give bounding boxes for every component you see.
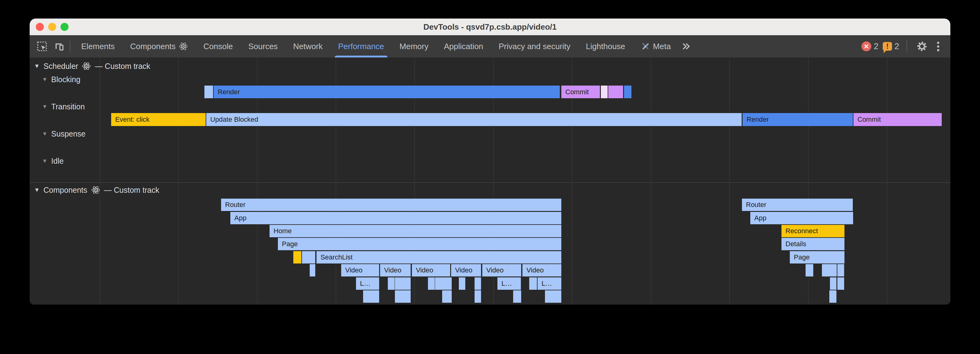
flame-bar-l[interactable]: L… xyxy=(497,277,521,290)
flame-bar[interactable] xyxy=(363,290,379,303)
settings-button[interactable] xyxy=(915,39,929,54)
tab-label: Memory xyxy=(399,42,428,51)
flame-bar-render[interactable]: Render xyxy=(214,86,560,98)
flame-bar[interactable] xyxy=(395,290,410,303)
collapse-triangle-icon[interactable]: ▼ xyxy=(34,187,40,193)
flame-bar-app[interactable]: App xyxy=(750,212,853,224)
console-errors-badge[interactable]: × 2 xyxy=(861,41,878,51)
gear-icon xyxy=(916,41,928,52)
track-row-suspense[interactable]: ▼Suspense xyxy=(42,128,86,140)
track-row-idle[interactable]: ▼Idle xyxy=(42,155,64,167)
flame-bar[interactable] xyxy=(822,264,837,276)
track-divider xyxy=(30,182,950,183)
tab-performance[interactable]: Performance xyxy=(330,35,392,57)
flame-bar[interactable] xyxy=(428,277,435,290)
tab-components[interactable]: Components xyxy=(122,35,196,57)
flame-bar-l[interactable]: L… xyxy=(356,277,379,290)
tab-meta[interactable]: Meta xyxy=(633,35,679,57)
track-row-transition[interactable]: ▼Transition xyxy=(42,100,85,113)
flame-bar-page[interactable]: Page xyxy=(278,238,561,250)
collapse-triangle-icon[interactable]: ▼ xyxy=(42,104,48,110)
flame-bar-video[interactable]: Video xyxy=(341,264,379,276)
track-header-components[interactable]: ▼Components — Custom track xyxy=(34,184,159,196)
flame-bar[interactable] xyxy=(830,277,837,290)
flame-bar-video[interactable]: Video xyxy=(380,264,410,276)
collapse-triangle-icon[interactable]: ▼ xyxy=(42,76,48,83)
flame-bar-app[interactable]: App xyxy=(230,212,561,224)
tab-console[interactable]: Console xyxy=(196,35,240,57)
flame-bar-commit[interactable]: Commit xyxy=(853,113,942,126)
flame-bar-l[interactable]: L… xyxy=(538,277,561,290)
devtools-window: DevTools - qsvd7p.csb.app/video/1 Elemen… xyxy=(30,19,950,305)
console-warnings-badge[interactable]: ! 2 xyxy=(883,42,899,51)
toolbar-separator xyxy=(907,40,907,52)
collapse-triangle-icon[interactable]: ▼ xyxy=(42,131,48,137)
flame-bar[interactable] xyxy=(624,86,632,98)
flame-bar[interactable] xyxy=(310,264,315,276)
flame-bar[interactable] xyxy=(829,290,837,303)
flame-bar-commit[interactable]: Commit xyxy=(561,86,600,98)
flame-bar[interactable] xyxy=(529,277,537,290)
track-header-scheduler[interactable]: ▼Scheduler — Custom track xyxy=(34,60,150,72)
flame-bar[interactable] xyxy=(459,277,465,290)
titlebar: DevTools - qsvd7p.csb.app/video/1 xyxy=(30,19,950,35)
flame-bar-video[interactable]: Video xyxy=(412,264,450,276)
flame-bar-update-blocked[interactable]: Update Blocked xyxy=(206,113,741,126)
fullscreen-window-button[interactable] xyxy=(60,23,68,31)
track-row-blocking[interactable]: ▼Blocking xyxy=(42,73,80,86)
inspect-element-button[interactable] xyxy=(35,39,49,54)
row-label-text: Idle xyxy=(51,156,64,166)
flame-bar-event-click[interactable]: Event: click xyxy=(111,113,206,126)
flame-bar[interactable] xyxy=(545,290,561,303)
tab-lighthouse[interactable]: Lighthouse xyxy=(578,35,633,57)
tab-network[interactable]: Network xyxy=(286,35,330,57)
tab-elements[interactable]: Elements xyxy=(73,35,122,57)
flame-bar-searchlist[interactable]: SearchList xyxy=(317,251,561,263)
flame-bar-video[interactable]: Video xyxy=(451,264,481,276)
flame-bar[interactable] xyxy=(395,277,410,290)
collapse-triangle-icon[interactable]: ▼ xyxy=(42,158,48,164)
flame-bar-router[interactable]: Router xyxy=(221,199,561,211)
tab-privacy-and-security[interactable]: Privacy and security xyxy=(491,35,578,57)
collapse-triangle-icon[interactable]: ▼ xyxy=(34,63,40,70)
flame-bar-page[interactable]: Page xyxy=(790,251,845,263)
flame-bar-video[interactable]: Video xyxy=(522,264,561,276)
flame-bar[interactable] xyxy=(837,277,844,290)
flame-bar-label: App xyxy=(750,214,766,222)
more-options-button[interactable] xyxy=(934,39,942,54)
flame-bar[interactable] xyxy=(474,290,481,303)
flame-bar-home[interactable]: Home xyxy=(270,225,561,237)
row-label-text: Suspense xyxy=(51,129,86,139)
flame-bar-render[interactable]: Render xyxy=(743,113,853,126)
flame-bar[interactable] xyxy=(608,86,623,98)
flame-bar[interactable] xyxy=(837,264,844,276)
tab-memory[interactable]: Memory xyxy=(392,35,436,57)
device-toolbar-icon xyxy=(54,41,65,52)
flame-bar[interactable] xyxy=(302,251,315,263)
flame-bar-label: Router xyxy=(742,201,766,209)
timeline-gridline xyxy=(99,57,100,305)
device-toolbar-button[interactable] xyxy=(52,39,67,54)
flame-bar-label: Video xyxy=(341,266,363,274)
flame-bar-details[interactable]: Details xyxy=(781,238,845,250)
flame-bar-reconnect[interactable]: Reconnect xyxy=(781,225,845,237)
more-tabs-button[interactable] xyxy=(679,39,694,54)
flame-bar[interactable] xyxy=(442,290,452,303)
flame-bar[interactable] xyxy=(601,86,608,98)
minimize-window-button[interactable] xyxy=(48,23,56,31)
flame-bar-router[interactable]: Router xyxy=(742,199,853,211)
tab-sources[interactable]: Sources xyxy=(240,35,285,57)
timeline-gridline xyxy=(651,57,651,305)
flame-bar[interactable] xyxy=(474,277,481,290)
tab-label: Lighthouse xyxy=(586,42,625,51)
tab-application[interactable]: Application xyxy=(436,35,491,57)
flame-bar[interactable] xyxy=(388,277,395,290)
close-window-button[interactable] xyxy=(36,23,44,31)
flame-bar[interactable] xyxy=(513,290,521,303)
flame-bar[interactable] xyxy=(805,264,813,276)
flame-bar[interactable] xyxy=(204,86,213,98)
flame-bar[interactable] xyxy=(293,251,301,263)
flame-bar[interactable] xyxy=(435,277,452,290)
flame-bar-video[interactable]: Video xyxy=(482,264,521,276)
react-atom-icon xyxy=(179,42,188,51)
